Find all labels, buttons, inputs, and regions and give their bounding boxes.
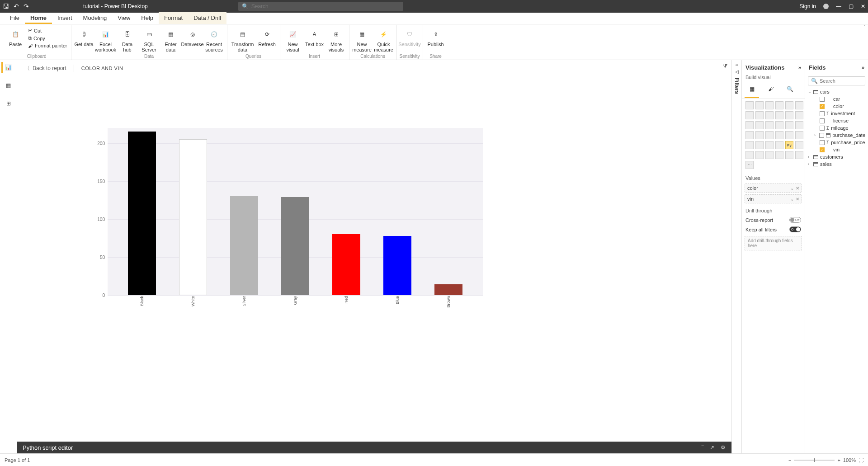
sql-button[interactable]: 🗃SQL Server [139, 27, 159, 52]
chart-icon: 📈 [287, 28, 299, 41]
get-data-button[interactable]: 🛢Get data [74, 27, 94, 47]
transform-icon: ▤ [236, 28, 249, 41]
close-icon[interactable]: ✕ [861, 3, 865, 9]
copy-icon: ⧉ [28, 35, 32, 41]
new-measure-button[interactable]: ▦New measure [352, 27, 372, 52]
measure-icon: ▦ [356, 28, 368, 41]
sql-icon: 🗃 [143, 28, 156, 41]
group-label-share: Share [429, 54, 442, 60]
ribbon-tabs: File Home Insert Modeling View Help Form… [0, 13, 868, 24]
tab-file[interactable]: File [5, 12, 25, 24]
refresh-icon: ⟳ [261, 28, 274, 41]
excel-button[interactable]: 📊Excel workbook [96, 27, 116, 52]
paste-button[interactable]: 📋 Paste [5, 27, 25, 47]
undo-icon[interactable]: ↶ [14, 3, 19, 10]
dataverse-button[interactable]: ◎Dataverse [183, 27, 203, 47]
copy-button[interactable]: ⧉Copy [27, 35, 68, 42]
global-search-input[interactable] [251, 3, 400, 9]
sensitivity-button: 🛡Sensitivity [400, 27, 420, 47]
minimize-icon[interactable]: — [836, 3, 841, 9]
datahub-icon: 🗄 [121, 28, 134, 41]
new-visual-button[interactable]: 📈New visual [283, 27, 303, 52]
more-icon: ⊞ [330, 28, 343, 41]
cut-button[interactable]: ✂Cut [27, 27, 68, 34]
signin-link[interactable]: Sign in [799, 3, 816, 9]
group-label-insert: Insert [309, 54, 320, 60]
group-label-queries: Queries [245, 54, 261, 60]
brush-icon: 🖌 [28, 43, 33, 48]
data-hub-button[interactable]: 🗄Data hub [118, 27, 137, 52]
quick-measure-button[interactable]: ⚡Quick measure [374, 27, 394, 52]
tab-help[interactable]: Help [136, 12, 159, 24]
group-label-calc: Calculations [360, 54, 385, 60]
recent-icon: 🕘 [208, 28, 221, 41]
database-icon: 🛢 [78, 28, 90, 41]
ribbon-collapse-icon[interactable]: ˆ [864, 25, 865, 30]
textbox-icon: A [308, 28, 321, 41]
dataverse-icon: ◎ [186, 28, 199, 41]
excel-icon: 📊 [99, 28, 112, 41]
tab-modeling[interactable]: Modeling [78, 12, 113, 24]
cut-icon: ✂ [28, 28, 32, 33]
group-label-clipboard: Clipboard [27, 54, 47, 60]
avatar[interactable] [823, 4, 829, 9]
tab-home[interactable]: Home [25, 12, 52, 24]
publish-icon: ⇪ [429, 28, 442, 41]
search-icon: 🔍 [242, 3, 249, 9]
group-label-data: Data [144, 54, 154, 60]
maximize-icon[interactable]: ▢ [849, 3, 854, 9]
refresh-button[interactable]: ⟳Refresh [257, 27, 277, 47]
redo-icon[interactable]: ↷ [24, 3, 29, 10]
group-label-sensitivity: Sensitivity [400, 54, 420, 60]
table-icon: ▦ [165, 28, 177, 41]
format-painter-button[interactable]: 🖌Format painter [27, 42, 68, 49]
ribbon: ˆ 📋 Paste ✂Cut ⧉Copy 🖌Format painter Cli… [0, 24, 868, 60]
recent-sources-button[interactable]: 🕘Recent sources [204, 27, 224, 52]
more-visuals-button[interactable]: ⊞More visuals [326, 27, 346, 52]
paste-icon: 📋 [9, 28, 22, 41]
tab-format[interactable]: Format [159, 12, 188, 24]
tab-insert[interactable]: Insert [52, 12, 78, 24]
text-box-button[interactable]: AText box [305, 27, 325, 47]
publish-button[interactable]: ⇪Publish [426, 27, 446, 47]
transform-data-button[interactable]: ▤Transform data [230, 27, 255, 52]
window-title: tutorial - Power BI Desktop [83, 3, 148, 9]
global-search[interactable]: 🔍 [238, 2, 403, 11]
save-icon[interactable]: 🖫 [3, 3, 9, 10]
tab-view[interactable]: View [112, 12, 136, 24]
tab-datadrill[interactable]: Data / Drill [188, 12, 226, 24]
quickmeasure-icon: ⚡ [377, 28, 390, 41]
titlebar: 🖫 ↶ ↷ tutorial - Power BI Desktop 🔍 Sign… [0, 0, 868, 13]
sensitivity-icon: 🛡 [403, 28, 416, 41]
enter-data-button[interactable]: ▦Enter data [161, 27, 181, 52]
